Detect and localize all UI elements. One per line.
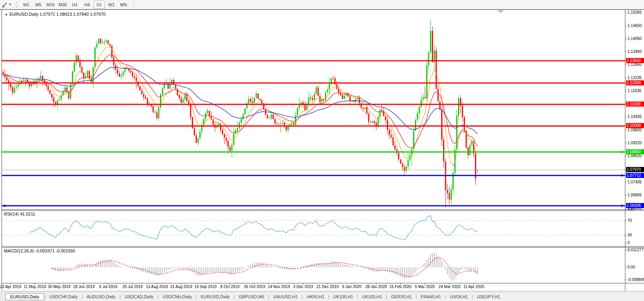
date-tick-label: 21 Dec 2019 xyxy=(317,285,339,289)
symbol-tab-9[interactable]: UK100,H1 xyxy=(329,294,357,300)
macd-axis-tick: 0.00 xyxy=(628,265,644,269)
level-handle-support-blue-2-right[interactable] xyxy=(621,205,623,207)
date-tick-label: 6 Jul 2019 xyxy=(99,285,117,289)
timeframe-button-m30[interactable]: M30 xyxy=(57,1,68,9)
date-tick-label: 24 Mar 2020 xyxy=(438,285,460,289)
price-label-resistance-1: 1.13034 xyxy=(626,58,644,63)
price-axis-tick: 1.11635 xyxy=(628,89,644,93)
rsi-axis-tick: 0 xyxy=(628,241,644,245)
chart-title: ▼EURUSD,Daily 1.07971 1.08013 1.07840 1.… xyxy=(5,12,106,16)
date-tick-label: 26 Oct 2019 xyxy=(244,285,265,289)
symbol-tab-11[interactable]: GER30,H1 xyxy=(387,294,416,300)
price-label-resistance-4: 1.10008 xyxy=(626,123,644,128)
symbol-tab-6[interactable]: GBPUSD,M5 xyxy=(235,294,268,300)
macd-signal-line xyxy=(52,258,477,277)
ma-fast-orange-line xyxy=(3,46,477,165)
chart-title-text: EURUSD,Daily 1.07971 1.08013 1.07840 1.0… xyxy=(9,12,106,16)
chart-plot xyxy=(0,0,644,301)
crosshair-icon[interactable] xyxy=(1,1,8,8)
date-tick-label: 9 Jan 2020 xyxy=(342,285,362,289)
symbol-tab-1[interactable]: USDCHF,Daily xyxy=(45,294,82,300)
date-tick-label: 30 May 2019 xyxy=(48,285,71,289)
symbol-tab-0[interactable]: EURUSD,Daily xyxy=(5,293,44,300)
price-label-resistance-3: 1.11009 xyxy=(626,102,644,107)
rsi-axis-tick: 30 xyxy=(628,233,644,237)
date-tick-label: 11 Apr 2020 xyxy=(463,285,484,289)
level-handle-support-green-right[interactable] xyxy=(621,151,623,153)
timeframe-button-d1[interactable]: D1 xyxy=(94,1,105,9)
symbol-tab-8[interactable]: HK50,H1 xyxy=(303,294,328,300)
price-axis-tick: 1.14050 xyxy=(628,36,644,41)
price-label-current-price: 1.07970 xyxy=(626,167,644,172)
price-axis-tick: 1.14650 xyxy=(628,24,644,28)
timeframe-buttons: M1M5M15M30H1H4D1W1MN xyxy=(21,1,130,9)
level-handle-support-blue-2-left[interactable] xyxy=(4,205,6,207)
price-axis-tick: 1.09220 xyxy=(628,141,644,145)
price-axis-tick: 1.13450 xyxy=(628,49,644,54)
symbol-tab-3[interactable]: USDCAD,Daily xyxy=(121,294,158,300)
toolbar-separator xyxy=(133,1,134,8)
price-label-resistance-2: 1.12004 xyxy=(626,80,644,85)
symbol-tab-5[interactable]: EURUSD,Daily xyxy=(197,294,234,300)
date-tick-label: 8 Oct 2019 xyxy=(220,285,240,289)
date-tick-label: 11 May 2019 xyxy=(24,285,46,289)
timeframe-button-m15[interactable]: M15 xyxy=(45,1,56,9)
date-tick-label: 13 Aug 2019 xyxy=(146,285,168,289)
date-tick-label: 19 Sep 2019 xyxy=(195,285,217,289)
date-tick-label: 15 Feb 2020 xyxy=(389,285,411,289)
price-axis-tick: 1.15265 xyxy=(628,10,644,15)
symbol-tab-2[interactable]: AUDUSD,Daily xyxy=(83,294,120,300)
timeframe-button-h4[interactable]: H4 xyxy=(82,1,93,9)
macd-histogram xyxy=(52,252,477,280)
symbol-tab-bar: EURUSD,Daily|USDCHF,Daily|AUDUSD,Daily|U… xyxy=(0,292,644,301)
macd-axis-tick: 0.011277 xyxy=(628,248,644,252)
macd-axis-tick: -0.008845 xyxy=(628,277,644,282)
rsi-axis-tick: 70 xyxy=(628,218,644,223)
symbol-tab-4[interactable]: USDCNH,Daily xyxy=(158,294,196,300)
date-tick-label: 5 Mar 2020 xyxy=(415,285,435,289)
ma-slow-blue-line xyxy=(3,67,477,134)
toolbar-grip[interactable] xyxy=(16,2,18,8)
macd-panel-label: MACD(12,26,9) -0.003371 -0.002393 xyxy=(4,248,75,253)
date-tick-label: 25 Jul 2019 xyxy=(122,285,143,289)
price-axis-tick: 1.12235 xyxy=(628,76,644,80)
timeframe-button-m5[interactable]: M5 xyxy=(33,1,44,9)
symbol-tab-10[interactable]: UK100,H1 xyxy=(358,294,386,300)
dropdown-caret-icon[interactable]: ▼ xyxy=(9,3,12,6)
timeframe-button-w1[interactable]: W1 xyxy=(106,1,117,9)
price-label-support-blue-1: 1.07712 xyxy=(626,173,644,178)
ma-mid-red-line xyxy=(3,55,477,148)
price-label-support-green: 1.08800 xyxy=(626,149,644,154)
date-tick-label: 14 Nov 2019 xyxy=(268,285,290,289)
timeframe-toolbar: ▼ M1M5M15M30H1H4D1W1MN xyxy=(0,0,644,9)
tabbar-grip[interactable] xyxy=(1,294,3,300)
rsi-panel-label: RSI(14) 41.0211 xyxy=(4,212,35,216)
date-tick-label: 3 Dec 2019 xyxy=(293,285,313,289)
date-tick-label: 31 Aug 2019 xyxy=(170,285,192,289)
rsi-line xyxy=(29,215,477,240)
candles-layer xyxy=(3,20,478,207)
date-tick-label: 18 Jun 2019 xyxy=(73,285,95,289)
trading-terminal: ▼ M1M5M15M30H1H4D1W1MN ▼EURUSD,Daily 1.0… xyxy=(0,0,644,301)
level-handle-support-blue-1-right[interactable] xyxy=(621,174,623,176)
symbol-tab-7[interactable]: XAUUSD,H1 xyxy=(269,294,302,300)
chart-shift-marker-icon xyxy=(497,10,504,13)
symbol-tab-14[interactable]: USDJPY,H1 xyxy=(473,294,504,300)
price-axis-tick: 1.07405 xyxy=(628,180,644,184)
symbol-tab-13[interactable]: USOil,H1 xyxy=(446,294,472,300)
timeframe-button-mn[interactable]: MN xyxy=(118,1,129,9)
date-tick-label: 28 Jan 2020 xyxy=(365,285,387,289)
timeframe-button-m1[interactable]: M1 xyxy=(21,1,32,9)
price-axis-tick: 1.09820 xyxy=(628,128,644,132)
price-label-support-blue-2: 1.06306 xyxy=(626,203,644,208)
symbol-caret-icon[interactable]: ▼ xyxy=(5,13,8,16)
timeframe-button-h1[interactable]: H1 xyxy=(69,1,80,9)
date-tick-label: 23 Apr 2019 xyxy=(0,285,21,289)
price-axis-tick: 1.06805 xyxy=(628,193,644,197)
symbol-tab-12[interactable]: FRA40,H1 xyxy=(417,294,445,300)
price-axis-tick: 1.10435 xyxy=(628,114,644,119)
